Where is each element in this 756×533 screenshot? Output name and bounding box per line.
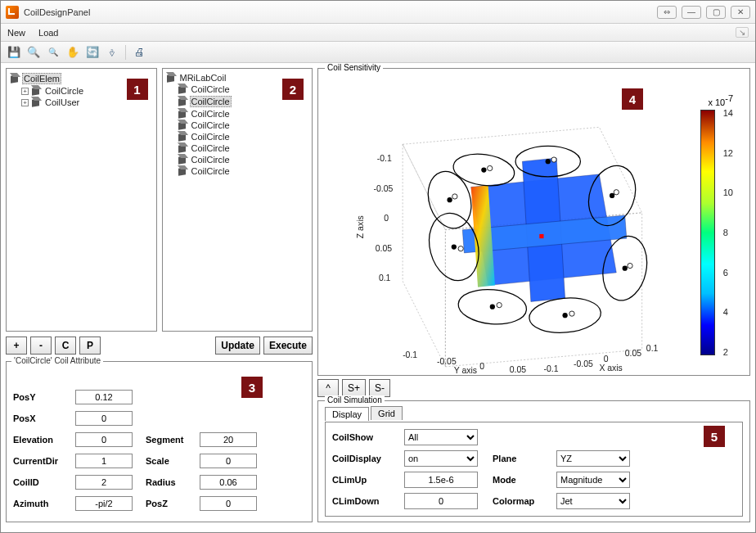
add-button[interactable]: +: [6, 337, 27, 355]
tab-display[interactable]: Display: [325, 407, 369, 421]
sim-legend: Coil Simulation: [325, 395, 385, 404]
svg-point-20: [546, 159, 551, 164]
save-icon[interactable]: 💾: [6, 44, 22, 61]
coil-simulation-panel: Coil Simulation 5 Display Grid CoilShow …: [317, 400, 750, 522]
colorbar-exponent: x 10-7: [708, 93, 733, 107]
plane-label: Plane: [493, 454, 542, 463]
up-button[interactable]: ^: [317, 379, 339, 397]
expand-icon[interactable]: +: [21, 88, 29, 95]
axes-3d: Z axis Y axis X axis -0.1-0.0500.050.1 -…: [343, 102, 668, 375]
paste-button[interactable]: P: [79, 337, 101, 355]
annotation-badge-1: 1: [127, 79, 148, 100]
print-icon[interactable]: 🖨: [131, 44, 147, 61]
svg-point-27: [614, 190, 619, 195]
s-plus-button[interactable]: S+: [342, 379, 366, 397]
climdown-input[interactable]: [404, 493, 478, 509]
menu-chevron-icon[interactable]: ↘: [736, 27, 749, 38]
colorbar-ticks: 1412108642: [723, 108, 733, 357]
cube-icon: [178, 132, 187, 142]
segment-input[interactable]: [200, 432, 257, 447]
coil-config-tree[interactable]: MRiLabCoil CoilCircle CoilCircle CoilCir…: [162, 68, 313, 332]
close-button[interactable]: ✕: [731, 6, 750, 19]
scale-input[interactable]: [200, 454, 257, 468]
svg-text:0.05: 0.05: [510, 365, 527, 374]
expand-icon[interactable]: +: [21, 99, 29, 106]
execute-button[interactable]: Execute: [263, 337, 313, 355]
climup-input[interactable]: [404, 472, 478, 488]
update-button[interactable]: Update: [215, 337, 260, 355]
svg-text:-0.05: -0.05: [574, 359, 593, 368]
svg-point-26: [628, 263, 632, 268]
svg-text:X axis: X axis: [599, 364, 622, 373]
coilshow-select[interactable]: All: [404, 429, 478, 445]
attribute-legend: 'CoilCircle' Coil Attribute: [11, 356, 103, 365]
svg-point-25: [569, 311, 574, 316]
svg-text:-0.1: -0.1: [377, 154, 392, 163]
data-cursor-icon[interactable]: ⎀: [104, 44, 120, 61]
tree-item: CoilCircle: [166, 131, 309, 142]
svg-text:0: 0: [604, 355, 609, 364]
elevation-input[interactable]: [75, 432, 133, 447]
radius-label: Radius: [146, 477, 187, 487]
svg-text:Y axis: Y axis: [454, 366, 477, 375]
expand-button[interactable]: ⇔: [657, 6, 677, 19]
plot-legend: Coil Sensitivity: [325, 63, 383, 72]
coilid-input[interactable]: [75, 475, 133, 490]
zoom-out-icon[interactable]: 🔍: [45, 44, 61, 61]
azimuth-input[interactable]: [75, 496, 133, 511]
tab-grid[interactable]: Grid: [371, 406, 403, 420]
posz-input[interactable]: [200, 496, 257, 511]
pan-icon[interactable]: ✋: [65, 44, 81, 61]
svg-rect-31: [539, 234, 543, 238]
posx-input[interactable]: [75, 411, 133, 426]
rotate-icon[interactable]: 🔄: [84, 44, 101, 61]
window-title: CoilDesignPanel: [24, 7, 657, 17]
tree-item: CoilCircle: [166, 120, 309, 131]
coil-elem-tree[interactable]: CoilElem +CoilCircle +CoilUser 1: [6, 68, 157, 332]
currentdir-input[interactable]: [75, 454, 133, 468]
svg-text:-0.1: -0.1: [403, 350, 417, 359]
minimize-button[interactable]: —: [682, 6, 701, 19]
coilshow-label: CoilShow: [332, 432, 389, 442]
svg-point-30: [452, 194, 457, 199]
cube-icon: [178, 155, 187, 165]
svg-text:-0.05: -0.05: [374, 184, 394, 193]
cube-icon: [10, 74, 20, 84]
tree-item: CoilCircle: [166, 142, 309, 154]
svg-point-21: [481, 167, 486, 172]
svg-text:0: 0: [384, 214, 389, 223]
coildisplay-select[interactable]: on: [404, 450, 478, 467]
menu-new[interactable]: New: [7, 28, 25, 38]
colorbar: [700, 110, 715, 355]
climup-label: CLimUp: [332, 475, 389, 485]
svg-point-16: [490, 305, 495, 309]
svg-text:-0.05: -0.05: [437, 357, 457, 366]
s-minus-button[interactable]: S-: [369, 379, 390, 397]
svg-point-17: [562, 313, 567, 318]
titlebar: CoilDesignPanel ⇔ — ▢ ✕: [1, 1, 755, 24]
scale-label: Scale: [146, 456, 187, 466]
remove-button[interactable]: -: [30, 337, 52, 355]
cube-icon: [178, 166, 187, 176]
posz-label: PosZ: [146, 499, 187, 508]
svg-marker-1: [403, 144, 445, 367]
zoom-in-icon[interactable]: 🔍: [25, 44, 42, 61]
posy-label: PosY: [13, 392, 62, 402]
svg-point-22: [447, 197, 452, 202]
colormap-label: Colormap: [493, 496, 542, 506]
svg-point-28: [551, 157, 556, 162]
sensitivity-plot[interactable]: Coil Sensitivity 4 x 10-7 1412108642: [317, 68, 750, 376]
menu-load[interactable]: Load: [38, 28, 58, 38]
mode-select[interactable]: Magnitude: [556, 472, 630, 488]
radius-input[interactable]: [200, 475, 257, 490]
maximize-button[interactable]: ▢: [706, 6, 726, 19]
climdown-label: CLimDown: [332, 496, 389, 506]
posy-input[interactable]: [75, 390, 133, 404]
cube-icon: [166, 73, 176, 83]
svg-text:0.1: 0.1: [646, 344, 659, 353]
copy-button[interactable]: C: [55, 337, 76, 355]
cube-icon: [178, 84, 187, 94]
colormap-select[interactable]: Jet: [556, 493, 630, 509]
svg-text:0.05: 0.05: [376, 244, 393, 253]
plane-select[interactable]: YZ: [556, 450, 630, 467]
